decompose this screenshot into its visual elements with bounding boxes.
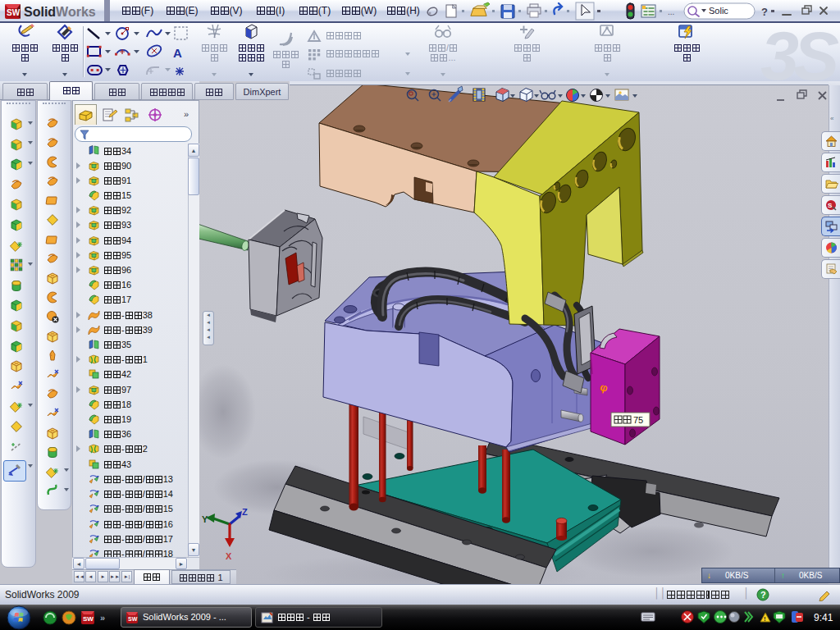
svg-text:Y: Y [202,514,208,524]
svg-text:?: ? [760,590,766,600]
svg-text:75: 75 [633,415,643,425]
svg-text:X: X [226,551,232,561]
svg-text:S: S [828,202,833,209]
svg-text:»: » [100,613,105,623]
svg-text:!: ! [764,615,766,623]
svg-text:9:41: 9:41 [814,612,833,623]
svg-text:Z: Z [242,507,248,517]
svg-text:SW: SW [128,616,138,622]
svg-text:SW: SW [83,615,94,623]
